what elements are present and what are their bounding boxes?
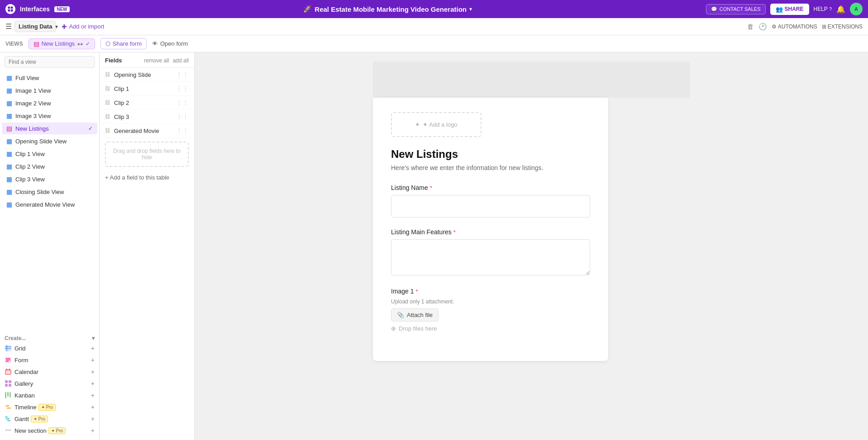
views-label: VIEWS xyxy=(5,41,23,47)
extensions-button[interactable]: ⊞ EXTENSIONS xyxy=(822,24,863,30)
drag-handle-icon[interactable]: ⋮⋮ xyxy=(176,85,189,92)
form-preview-wrapper: ✦✦ Add a logo New Listings Here's where … xyxy=(195,52,868,440)
view-options-icon[interactable]: ●● xyxy=(77,41,83,47)
field-item-clip-2[interactable]: ⛓ Clip 2 ⋮⋮ xyxy=(100,96,194,110)
listing-features-label: Listing Main Features * xyxy=(391,228,590,236)
svg-rect-22 xyxy=(10,392,11,397)
svg-rect-26 xyxy=(6,418,10,420)
grid-icon: ▦ xyxy=(6,163,12,170)
sidebar-item-new-listings[interactable]: ▤ New Listings ✓ xyxy=(2,123,97,134)
drag-handle-icon[interactable]: ⋮⋮ xyxy=(176,113,189,120)
grid-add-icon[interactable]: + xyxy=(91,345,95,352)
field-link-icon: ⛓ xyxy=(105,99,110,106)
gallery-add-icon[interactable]: + xyxy=(91,380,95,387)
svg-rect-1 xyxy=(11,6,13,9)
create-gantt-row[interactable]: Gantt ✦ Pro + xyxy=(0,413,99,425)
attach-file-button[interactable]: 📎 Attach file xyxy=(391,308,439,322)
automations-button[interactable]: ⚙ AUTOMATIONS xyxy=(772,24,817,30)
svg-rect-16 xyxy=(5,380,8,383)
grid-icon: ▦ xyxy=(6,137,12,145)
form-add-icon[interactable]: + xyxy=(91,356,95,364)
field-name: Clip 1 xyxy=(114,85,172,92)
table-name-button[interactable]: Listing Data xyxy=(14,21,56,32)
project-title[interactable]: Real Estate Mobile Marketing Video Gener… xyxy=(315,5,467,13)
trash-icon[interactable]: 🗑 xyxy=(747,23,754,30)
fields-panel: Fields remove all add all ⛓ Opening Slid… xyxy=(100,52,195,440)
sidebar-item-image-2-view[interactable]: ▦ Image 2 View xyxy=(2,97,97,109)
sidebar-item-generated-movie-view[interactable]: ▦ Generated Movie View xyxy=(2,199,97,210)
create-form-label: Form xyxy=(14,357,28,364)
sidebar-item-closing-slide-view[interactable]: ▦ Closing Slide View xyxy=(2,186,97,198)
add-import-button[interactable]: ✚ Add or import xyxy=(58,21,108,32)
kanban-add-icon[interactable]: + xyxy=(91,392,95,399)
create-new-section-row[interactable]: New section ✦ Pro + xyxy=(0,425,99,436)
sidebar-item-clip-2-view[interactable]: ▦ Clip 2 View xyxy=(2,161,97,172)
help-button[interactable]: HELP ? xyxy=(814,6,832,12)
user-avatar[interactable]: A xyxy=(850,3,863,15)
project-title-chevron[interactable]: ▾ xyxy=(469,6,472,12)
timeline-add-icon[interactable]: + xyxy=(91,403,95,411)
remove-all-button[interactable]: remove all xyxy=(144,57,169,64)
create-gallery-row[interactable]: Gallery + xyxy=(0,378,99,389)
add-all-button[interactable]: add all xyxy=(173,57,189,64)
create-chevron-icon: ▾ xyxy=(92,335,95,341)
share-button[interactable]: 👥SHARE xyxy=(770,4,809,15)
main-area: ▦ Full View ▦ Image 1 View ▦ Image 2 Vie… xyxy=(0,52,868,440)
contact-sales-button[interactable]: 💬 CONTACT SALES xyxy=(706,4,766,14)
timeline-pro-badge: ✦ Pro xyxy=(38,404,56,411)
share-users-icon: 👥 xyxy=(776,6,783,13)
add-logo-button[interactable]: ✦✦ Add a logo xyxy=(391,112,482,137)
create-timeline-label: Timeline xyxy=(14,404,37,411)
sidebar-item-image-1-view[interactable]: ▦ Image 1 View xyxy=(2,85,97,96)
active-check-icon: ✓ xyxy=(88,125,93,132)
sidebar-item-opening-slide-view[interactable]: ▦ Opening Slide View xyxy=(2,135,97,147)
add-field-button[interactable]: + Add a field to this table xyxy=(100,170,194,185)
sidebar-item-image-3-view[interactable]: ▦ Image 3 View xyxy=(2,110,97,122)
drag-drop-zone: Drag and drop fields here to hide xyxy=(105,142,189,167)
search-view-input[interactable] xyxy=(5,56,95,68)
svg-rect-17 xyxy=(9,380,11,383)
field-name: Generated Movie xyxy=(114,128,172,134)
field-item-clip-1[interactable]: ⛓ Clip 1 ⋮⋮ xyxy=(100,82,194,96)
sidebar-item-label: Generated Movie View xyxy=(15,201,75,208)
field-link-icon: ⛓ xyxy=(105,128,110,134)
create-section-header[interactable]: Create... ▾ xyxy=(0,331,99,342)
open-form-button[interactable]: 👁 Open form xyxy=(152,40,188,47)
new-section-add-icon[interactable]: + xyxy=(91,427,95,434)
second-bar-right-icons: 🗑 🕐 ⚙ AUTOMATIONS ⊞ EXTENSIONS xyxy=(747,23,863,31)
create-timeline-row[interactable]: Timeline ✦ Pro + xyxy=(0,401,99,413)
calendar-add-icon[interactable]: + xyxy=(91,368,95,375)
svg-rect-19 xyxy=(9,384,11,387)
top-navigation: Interfaces NEW 🚀 Real Estate Mobile Mark… xyxy=(0,0,868,18)
drag-handle-icon[interactable]: ⋮⋮ xyxy=(176,127,189,134)
create-grid-row[interactable]: Grid + xyxy=(0,342,99,354)
listing-name-label: Listing Name * xyxy=(391,184,590,191)
sidebar-item-clip-3-view[interactable]: ▦ Clip 3 View xyxy=(2,173,97,185)
history-icon[interactable]: 🕐 xyxy=(758,23,767,31)
field-group-image-1: Image 1 * Upload only 1 attachment. 📎 At… xyxy=(391,288,590,332)
create-form-row[interactable]: Form + xyxy=(0,354,99,366)
sidebar-item-full-view[interactable]: ▦ Full View xyxy=(2,72,97,84)
interfaces-label[interactable]: Interfaces xyxy=(20,5,50,13)
field-item-opening-slide[interactable]: ⛓ Opening Slide ⋮⋮ xyxy=(100,68,194,82)
hamburger-icon[interactable]: ☰ xyxy=(5,22,12,31)
listing-features-textarea[interactable] xyxy=(391,239,590,275)
notification-bell-icon[interactable]: 🔔 xyxy=(836,5,845,14)
create-calendar-row[interactable]: Calendar + xyxy=(0,366,99,378)
listing-name-input[interactable] xyxy=(391,195,590,218)
active-view-tab[interactable]: ▤ New Listings ●● ✓ xyxy=(29,38,95,49)
field-name: Clip 3 xyxy=(114,114,172,120)
create-kanban-row[interactable]: Kanban + xyxy=(0,389,99,401)
field-item-generated-movie[interactable]: ⛓ Generated Movie ⋮⋮ xyxy=(100,124,194,138)
sidebar-item-label: Clip 3 View xyxy=(15,176,45,183)
field-item-clip-3[interactable]: ⛓ Clip 3 ⋮⋮ xyxy=(100,110,194,124)
gantt-add-icon[interactable]: + xyxy=(91,415,95,422)
drag-handle-icon[interactable]: ⋮⋮ xyxy=(176,71,189,78)
sidebar-item-label: Image 2 View xyxy=(15,100,51,107)
sidebar-item-clip-1-view[interactable]: ▦ Clip 1 View xyxy=(2,148,97,160)
share-form-button[interactable]: ⬡ Share form xyxy=(100,38,147,49)
view-check-icon: ✓ xyxy=(86,41,90,47)
svg-rect-2 xyxy=(8,9,10,12)
drag-handle-icon[interactable]: ⋮⋮ xyxy=(176,99,189,106)
svg-rect-18 xyxy=(5,384,8,387)
